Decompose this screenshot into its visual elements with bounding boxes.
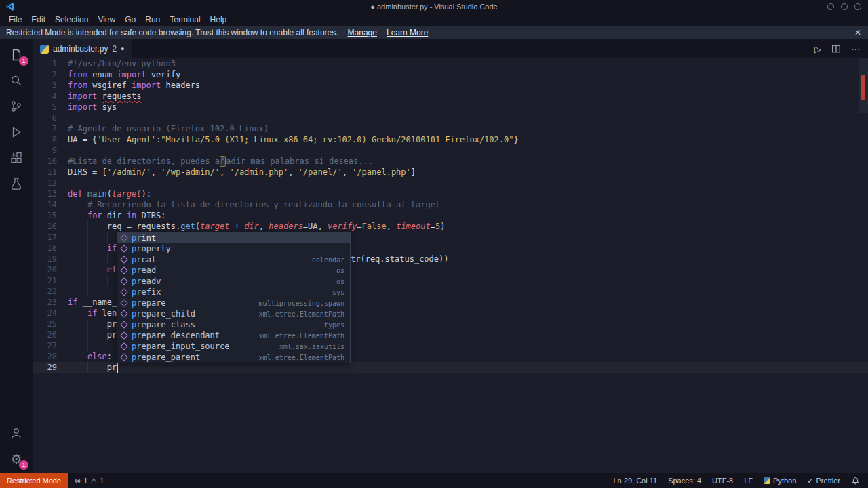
suggestion-label: prepare_parent [132, 352, 200, 362]
code-text: import sys [68, 102, 117, 113]
code-line[interactable]: 5import sys [33, 102, 868, 113]
encoding-status[interactable]: UTF-8 [712, 476, 733, 485]
code-line[interactable]: 4import requests [33, 91, 868, 102]
line-number[interactable]: 19 [33, 253, 57, 264]
code-line[interactable]: 9 [33, 145, 868, 156]
suggestion-prepare_input_source[interactable]: prepare_input_sourcexml.sax.saxutils [117, 341, 350, 352]
line-number[interactable]: 2 [33, 69, 57, 80]
eol-status[interactable]: LF [744, 476, 753, 485]
code-line[interactable]: 6 [33, 113, 868, 123]
suggestion-property[interactable]: property [117, 243, 350, 254]
sidebar-item-accounts[interactable] [0, 420, 33, 446]
code-line[interactable]: 15 for dir in DIRS: [33, 210, 868, 221]
menu-item-view[interactable]: View [93, 14, 120, 26]
code-text: from wsgiref import headers [68, 80, 200, 91]
suggestion-prcal[interactable]: prcalcalendar [117, 254, 350, 265]
sidebar-item-testing[interactable] [0, 171, 33, 197]
menu-item-terminal[interactable]: Terminal [165, 14, 205, 26]
suggestion-preadv[interactable]: preadvos [117, 276, 350, 287]
maximize-button[interactable] [841, 3, 848, 10]
suggestion-prepare_child[interactable]: prepare_childxml.etree.ElementPath [117, 308, 350, 319]
line-number[interactable]: 21 [33, 275, 57, 286]
notifications-bell-icon[interactable] [851, 476, 860, 485]
line-number[interactable]: 29 [33, 362, 57, 373]
close-window-button[interactable] [854, 3, 861, 10]
sidebar-item-run-debug[interactable] [0, 119, 33, 145]
suggestion-prepare[interactable]: preparemultiprocessing.spawn [117, 298, 350, 308]
sidebar-item-settings[interactable]: ⚙1 [0, 446, 33, 472]
line-number[interactable]: 26 [33, 329, 57, 340]
more-actions-icon[interactable]: ⋯ [851, 43, 861, 54]
menu-item-selection[interactable]: Selection [50, 14, 93, 26]
restricted-mode-status[interactable]: Restricted Mode [0, 473, 68, 488]
line-number[interactable]: 9 [33, 145, 57, 156]
menu-item-run[interactable]: Run [140, 14, 165, 26]
line-number[interactable]: 13 [33, 188, 57, 199]
line-number[interactable]: 5 [33, 102, 57, 113]
code-line[interactable]: 7# Agente de usuario (Firefox 102.0 Linu… [33, 123, 868, 134]
code-line[interactable]: 1#!/usr/bin/env python3 [33, 58, 868, 69]
line-number[interactable]: 24 [33, 308, 57, 319]
split-editor-icon[interactable] [831, 44, 841, 54]
code-line[interactable]: 13def main(target): [33, 188, 868, 199]
line-number[interactable]: 3 [33, 80, 57, 91]
line-number[interactable]: 23 [33, 297, 57, 308]
code-line[interactable]: 29 pr [33, 362, 868, 373]
tab-adminbuster[interactable]: adminbuster.py 2 ● [33, 39, 132, 58]
formatter-status[interactable]: ✓ Prettier [807, 476, 840, 485]
code-line[interactable]: 14 # Recorriendo la lista de directorios… [33, 199, 868, 210]
suggestion-detail: types [324, 321, 344, 329]
code-line[interactable]: 10#Lista de directorios, puedes añadir m… [33, 156, 868, 167]
suggestion-prepare_descendant[interactable]: prepare_descendantxml.etree.ElementPath [117, 330, 350, 341]
sidebar-item-source-control[interactable] [0, 94, 33, 119]
line-number[interactable]: 28 [33, 351, 57, 362]
line-number[interactable]: 6 [33, 113, 57, 123]
learn-more-link[interactable]: Learn More [387, 28, 428, 37]
indentation-status[interactable]: Spaces: 4 [668, 476, 701, 485]
line-number[interactable]: 17 [33, 232, 57, 243]
line-number[interactable]: 4 [33, 91, 57, 102]
problems-status[interactable]: ⊗ 1 ⚠ 1 [75, 476, 104, 485]
minimize-button[interactable] [827, 3, 834, 10]
line-number[interactable]: 12 [33, 178, 57, 188]
menu-item-go[interactable]: Go [120, 14, 140, 26]
line-number[interactable]: 16 [33, 221, 57, 232]
language-mode-status[interactable]: Python [764, 476, 796, 485]
suggestion-pread[interactable]: preados [117, 265, 350, 276]
sidebar-item-explorer[interactable]: 1 [0, 42, 33, 68]
line-number[interactable]: 15 [33, 210, 57, 221]
code-line[interactable]: 2from enum import verify [33, 69, 868, 80]
line-number[interactable]: 1 [33, 58, 57, 69]
line-number[interactable]: 27 [33, 340, 57, 351]
sidebar-item-extensions[interactable] [0, 145, 33, 171]
code-line[interactable]: 3from wsgiref import headers [33, 80, 868, 91]
suggestion-prefix[interactable]: prefixsys [117, 287, 350, 298]
cursor-position-status[interactable]: Ln 29, Col 11 [614, 476, 658, 485]
line-number[interactable]: 11 [33, 167, 57, 178]
tab-dirty-dot-icon[interactable]: ● [121, 45, 124, 52]
line-number[interactable]: 25 [33, 319, 57, 329]
menu-item-edit[interactable]: Edit [26, 14, 50, 26]
overview-ruler-error-marker[interactable] [861, 75, 865, 100]
code-line[interactable]: 11DIRS = ['/admin/', '/wp-admin/', '/adm… [33, 167, 868, 178]
line-number[interactable]: 7 [33, 123, 57, 134]
suggestion-print[interactable]: print [117, 232, 350, 243]
python-file-icon [40, 45, 49, 54]
line-number[interactable]: 22 [33, 286, 57, 297]
run-button-icon[interactable]: ▷ [814, 44, 821, 54]
code-line[interactable]: 8UA = {'User-Agent':"Mozilla/5.0 (X11; L… [33, 134, 868, 145]
line-number[interactable]: 8 [33, 134, 57, 145]
code-line[interactable]: 16 req = requests.get(target + dir, head… [33, 221, 868, 232]
line-number[interactable]: 18 [33, 243, 57, 253]
suggestion-prepare_class[interactable]: prepare_classtypes [117, 319, 350, 330]
code-line[interactable]: 12 [33, 178, 868, 188]
banner-close-icon[interactable]: ✕ [854, 26, 861, 39]
sidebar-item-search[interactable] [0, 68, 33, 94]
menu-item-help[interactable]: Help [205, 14, 232, 26]
menu-item-file[interactable]: File [4, 14, 26, 26]
manage-link[interactable]: Manage [348, 28, 377, 37]
suggestion-prepare_parent[interactable]: prepare_parentxml.etree.ElementPath [117, 352, 350, 363]
line-number[interactable]: 10 [33, 156, 57, 167]
line-number[interactable]: 20 [33, 264, 57, 275]
line-number[interactable]: 14 [33, 199, 57, 210]
